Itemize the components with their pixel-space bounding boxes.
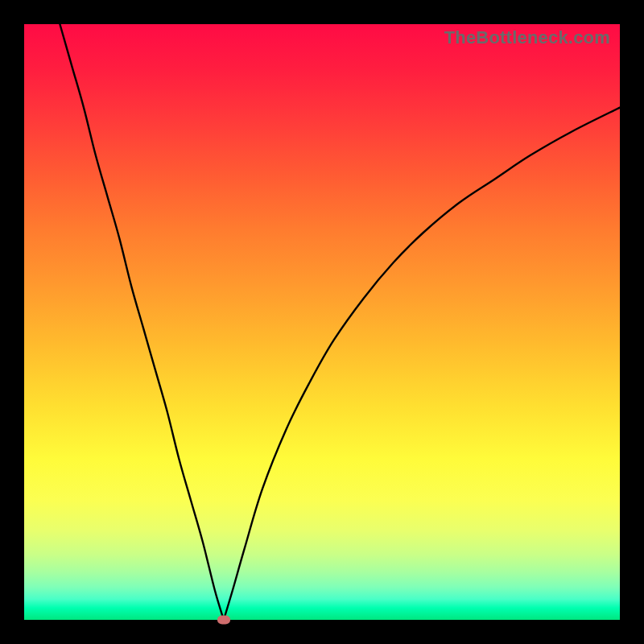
plot-area: TheBottleneck.com [24, 24, 620, 620]
curve-svg [24, 24, 620, 620]
chart-frame: TheBottleneck.com [0, 0, 644, 644]
minimum-marker [217, 616, 230, 625]
bottleneck-curve-left [60, 24, 224, 620]
bottleneck-curve-right [224, 108, 620, 620]
